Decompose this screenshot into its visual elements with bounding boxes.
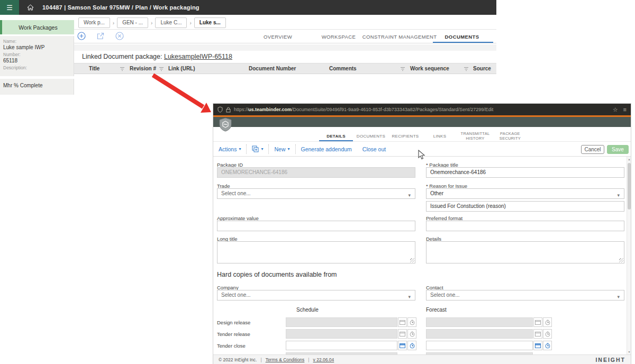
details-textarea[interactable] xyxy=(426,241,624,263)
browser-menu-icon[interactable]: ≡ xyxy=(623,106,627,113)
bookmark-star-icon[interactable]: ☆ xyxy=(613,106,618,113)
linked-document-line: Linked Document package: LukesampleIWP-6… xyxy=(82,53,232,60)
calendar-icon xyxy=(398,329,407,339)
hard-copies-heading: Hard copies of documents available from xyxy=(217,271,337,278)
clock-icon[interactable] xyxy=(407,341,416,350)
tab-overview[interactable]: OVERVIEW xyxy=(264,34,292,40)
resize-grip-icon[interactable] xyxy=(619,258,623,262)
column-header-revision[interactable]: Revision # xyxy=(130,66,156,71)
chevron-down-icon: ▾ xyxy=(287,147,289,151)
trade-value: Select one... xyxy=(221,190,251,196)
breadcrumb-item-1[interactable]: Work p... xyxy=(78,17,110,28)
tab-details[interactable]: DETAILS xyxy=(326,134,346,139)
filter-icon[interactable] xyxy=(464,67,469,71)
hamburger-menu-button[interactable]: ☰ xyxy=(0,0,19,15)
tender-release-forecast-date xyxy=(426,329,533,339)
edit-export-icon[interactable] xyxy=(96,32,105,40)
tab-documents[interactable]: DOCUMENTS xyxy=(445,34,479,40)
tab-package-security[interactable]: PACKAGE SECURITY xyxy=(489,131,531,141)
tab-constraint-management[interactable]: CONSTRAINT MANAGEMENT xyxy=(362,34,437,40)
calendar-icon[interactable] xyxy=(533,341,542,350)
cancel-circle-icon[interactable] xyxy=(115,32,124,40)
column-header-title[interactable]: Title xyxy=(89,66,99,71)
filter-icon[interactable] xyxy=(159,67,164,71)
sidebar-item-work-packages[interactable]: Work Packages xyxy=(0,20,74,34)
new-menu-button[interactable]: New ▾ xyxy=(269,146,295,152)
tab-documents[interactable]: DOCUMENTS xyxy=(357,134,385,139)
tender-close-forecast-date[interactable] xyxy=(426,341,533,350)
column-header-document-number[interactable]: Document Number xyxy=(249,66,296,71)
calendar-icon[interactable] xyxy=(398,341,407,350)
design-release-schedule-date xyxy=(286,317,397,327)
design-release-forecast-date xyxy=(426,317,533,327)
column-header-comments[interactable]: Comments xyxy=(329,66,357,71)
linked-document-link[interactable]: LukesampleIWP-65118 xyxy=(164,53,232,60)
generate-addendum-button[interactable]: Generate addendum xyxy=(296,146,357,152)
browser-shield-icon[interactable] xyxy=(217,106,223,113)
resize-grip-icon[interactable] xyxy=(410,258,414,262)
scroll-up-icon[interactable]: ▲ xyxy=(627,158,631,161)
column-header-link-url[interactable]: Link (URL) xyxy=(168,66,195,71)
scroll-down-icon[interactable]: ▼ xyxy=(627,350,631,353)
tab-recipients[interactable]: RECIPIENTS xyxy=(392,134,419,139)
actions-menu-button[interactable]: Actions ▾ xyxy=(213,146,246,152)
copy-menu-button[interactable]: ▾ xyxy=(247,145,268,152)
tender-close-schedule-date[interactable] xyxy=(286,341,397,350)
column-header-work-sequence[interactable]: Work sequence xyxy=(410,66,449,71)
preferred-format-field[interactable] xyxy=(426,221,624,231)
sidebar-info-panel: Name: Luke sample IWP Number: 65118 Desc… xyxy=(0,36,74,76)
sort-ascending-icon[interactable]: ↑ xyxy=(444,65,447,71)
contact-value: Select one... xyxy=(430,292,460,298)
add-icon[interactable] xyxy=(77,32,86,40)
filter-icon[interactable] xyxy=(120,67,125,71)
sidebar-item-label: Work Packages xyxy=(19,24,57,31)
tab-workspace[interactable]: WORKSPACE xyxy=(322,34,356,40)
scrollbar[interactable]: ▲ ▼ xyxy=(627,157,631,354)
ineight-logo: INEIGHT xyxy=(595,357,625,363)
url-text[interactable]: https://us.teambinder.com/DocumentSuite/… xyxy=(234,107,613,112)
scrollbar-thumb[interactable] xyxy=(628,163,631,210)
cancel-button[interactable]: Cancel xyxy=(581,145,604,154)
tab-links[interactable]: LINKS xyxy=(433,134,447,139)
url-host: us.teambinder.com xyxy=(248,107,292,112)
package-title-field[interactable]: Onemorechance-64186 xyxy=(426,167,624,178)
app-topbar: ☰ 104487 | Samson Solar 975MW / Plan / W… xyxy=(0,0,496,15)
filter-icon[interactable] xyxy=(400,67,405,71)
reason-detail-field[interactable]: Issued For Constuction (reason) xyxy=(426,201,624,212)
terms-link[interactable]: Terms & Conditions xyxy=(266,357,305,362)
approximate-value-field[interactable] xyxy=(217,221,415,231)
lock-icon[interactable] xyxy=(226,107,231,113)
breadcrumb-item-2[interactable]: GEN - ... xyxy=(117,17,148,28)
screen: ☰ 104487 | Samson Solar 975MW / Plan / W… xyxy=(0,0,635,364)
browser-url-bar[interactable]: https://us.teambinder.com/DocumentSuite/… xyxy=(213,104,631,115)
clock-icon xyxy=(407,329,416,339)
breadcrumb-item-3[interactable]: Luke C... xyxy=(155,17,187,28)
company-select[interactable]: Select one... ▾ xyxy=(217,290,415,301)
breadcrumb-separator: › xyxy=(113,20,114,26)
new-label: New xyxy=(274,146,285,152)
documents-table-header: Title Revision # Link (URL) Document Num… xyxy=(74,63,496,74)
clock-icon[interactable] xyxy=(543,341,552,350)
calendar-icon xyxy=(533,317,542,327)
design-release-label: Design release xyxy=(217,320,250,325)
chevron-down-icon: ▾ xyxy=(261,147,263,151)
save-button[interactable]: Save xyxy=(607,145,629,154)
column-header-source[interactable]: Source xyxy=(473,66,491,71)
reason-for-issue-select[interactable]: Other ▾ xyxy=(426,188,624,199)
sidebar-mhr-panel: Mhr % Complete xyxy=(0,79,74,95)
version-link[interactable]: v 22.06.04 xyxy=(313,357,334,362)
breadcrumb-item-current[interactable]: Luke s... xyxy=(194,17,226,28)
mhr-complete-label: Mhr % Complete xyxy=(3,83,42,88)
reason-value: Other xyxy=(430,190,443,196)
description-label: Description: xyxy=(3,65,70,71)
long-title-textarea[interactable] xyxy=(217,241,415,263)
tender-release-label: Tender release xyxy=(217,331,250,337)
home-button[interactable] xyxy=(22,0,38,15)
home-icon xyxy=(27,4,34,11)
calendar-icon xyxy=(398,317,407,327)
divider xyxy=(74,29,496,30)
trade-select[interactable]: Select one... ▾ xyxy=(217,188,415,199)
name-value: Luke sample IWP xyxy=(3,44,70,51)
close-out-button[interactable]: Close out xyxy=(357,146,391,152)
contact-select[interactable]: Select one... ▾ xyxy=(426,290,624,301)
